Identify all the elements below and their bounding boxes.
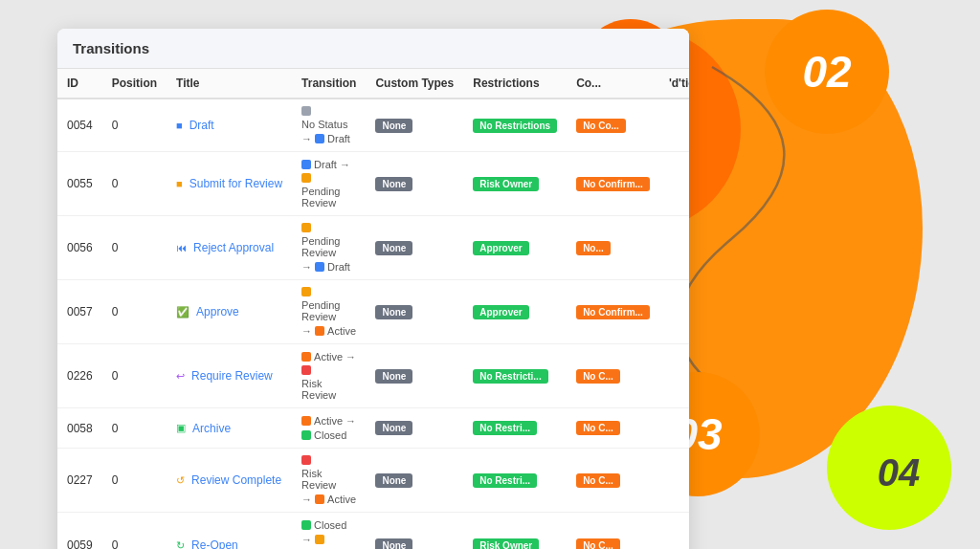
cell-confirmations: No Confirm... [567, 280, 659, 344]
cell-restrictions: No Restri... [463, 408, 567, 449]
cell-custom-types: None [366, 99, 463, 152]
cell-position: 0 [102, 408, 167, 449]
col-position: Position [102, 69, 167, 99]
cell-custom-types: None [366, 449, 463, 513]
number-02: 02 [765, 10, 889, 134]
col-dtions: 'd'tions [659, 69, 689, 99]
cell-restrictions: No Restrictions [463, 99, 567, 152]
cell-position: 0 [102, 344, 167, 408]
cell-position: 0 [102, 449, 167, 513]
table-row: 0056 0 ⏮Reject Approval Pending Review →… [57, 216, 689, 280]
cell-title[interactable]: ↻Re-Open [167, 513, 292, 550]
cell-transition: Closed → Pending Review [292, 513, 366, 550]
cell-conditions [659, 344, 689, 408]
cell-conditions [659, 216, 689, 280]
background: 01 02 03 04 Transitions ID Position Titl… [0, 0, 980, 549]
table-row: 0057 0 ✅Approve Pending Review → Active … [57, 280, 689, 344]
transitions-table-card: Transitions ID Position Title Transition… [57, 29, 689, 549]
table-row: 0059 0 ↻Re-Open Closed → Pending Review … [57, 513, 689, 550]
cell-conditions [659, 99, 689, 152]
cell-custom-types: None [366, 408, 463, 449]
table-row: 0055 0 ■Submit for Review Draft → Pendin… [57, 152, 689, 216]
cell-position: 0 [102, 152, 167, 216]
cell-conditions [659, 280, 689, 344]
cell-confirmations: No C... [567, 449, 659, 513]
cell-restrictions: Risk Owner [463, 513, 567, 550]
number-04: 04 [846, 420, 951, 525]
blob-yellow [827, 406, 951, 530]
cell-custom-types: None [366, 513, 463, 550]
table-row: 0227 0 ↺Review Complete Risk Review → Ac… [57, 449, 689, 513]
cell-position: 0 [102, 216, 167, 280]
cell-conditions [659, 513, 689, 550]
cell-title[interactable]: ↩Require Review [167, 344, 292, 408]
cell-id: 0226 [57, 344, 102, 408]
table-row: 0226 0 ↩Require Review Active → Risk Rev… [57, 344, 689, 408]
cell-confirmations: No... [567, 216, 659, 280]
cell-confirmations: No C... [567, 344, 659, 408]
cell-id: 0055 [57, 152, 102, 216]
cell-confirmations: No Co... [567, 99, 659, 152]
cell-conditions [659, 449, 689, 513]
cell-confirmations: No C... [567, 408, 659, 449]
cell-conditions [659, 408, 689, 449]
cell-title[interactable]: ↺Review Complete [167, 449, 292, 513]
transitions-table: ID Position Title Transition Custom Type… [57, 69, 689, 549]
cell-custom-types: None [366, 280, 463, 344]
cell-id: 0227 [57, 449, 102, 513]
cell-restrictions: Risk Owner [463, 152, 567, 216]
cell-title[interactable]: ▣Archive [167, 408, 292, 449]
cell-restrictions: Approver [463, 280, 567, 344]
cell-transition: Draft → Pending Review [292, 152, 366, 216]
cell-id: 0057 [57, 280, 102, 344]
cell-custom-types: None [366, 344, 463, 408]
col-custom-types: Custom Types [366, 69, 463, 99]
cell-custom-types: None [366, 216, 463, 280]
cell-title[interactable]: ■Draft [167, 99, 292, 152]
cell-transition: Active → Risk Review [292, 344, 366, 408]
cell-id: 0058 [57, 408, 102, 449]
cell-restrictions: Approver [463, 216, 567, 280]
col-title: Title [167, 69, 292, 99]
cell-custom-types: None [366, 152, 463, 216]
col-restrictions: Restrictions [463, 69, 567, 99]
col-co: Co... [567, 69, 659, 99]
cell-restrictions: No Restricti... [463, 344, 567, 408]
cell-id: 0054 [57, 99, 102, 152]
cell-transition: Pending Review → Draft [292, 216, 366, 280]
col-transition: Transition [292, 69, 366, 99]
cell-transition: Pending Review → Active [292, 280, 366, 344]
table-title: Transitions [57, 29, 689, 69]
cell-conditions [659, 152, 689, 216]
cell-transition: Risk Review → Active [292, 449, 366, 513]
cell-confirmations: No C... [567, 513, 659, 550]
table-row: 0054 0 ■Draft No Status → Draft None No … [57, 99, 689, 152]
cell-id: 0059 [57, 513, 102, 550]
cell-transition: No Status → Draft [292, 99, 366, 152]
cell-title[interactable]: ■Submit for Review [167, 152, 292, 216]
cell-confirmations: No Confirm... [567, 152, 659, 216]
cell-title[interactable]: ⏮Reject Approval [167, 216, 292, 280]
cell-id: 0056 [57, 216, 102, 280]
cell-title[interactable]: ✅Approve [167, 280, 292, 344]
table-row: 0058 0 ▣Archive Active → Closed None No … [57, 408, 689, 449]
cell-position: 0 [102, 513, 167, 550]
col-id: ID [57, 69, 102, 99]
cell-transition: Active → Closed [292, 408, 366, 449]
cell-position: 0 [102, 280, 167, 344]
cell-position: 0 [102, 99, 167, 152]
cell-restrictions: No Restri... [463, 449, 567, 513]
